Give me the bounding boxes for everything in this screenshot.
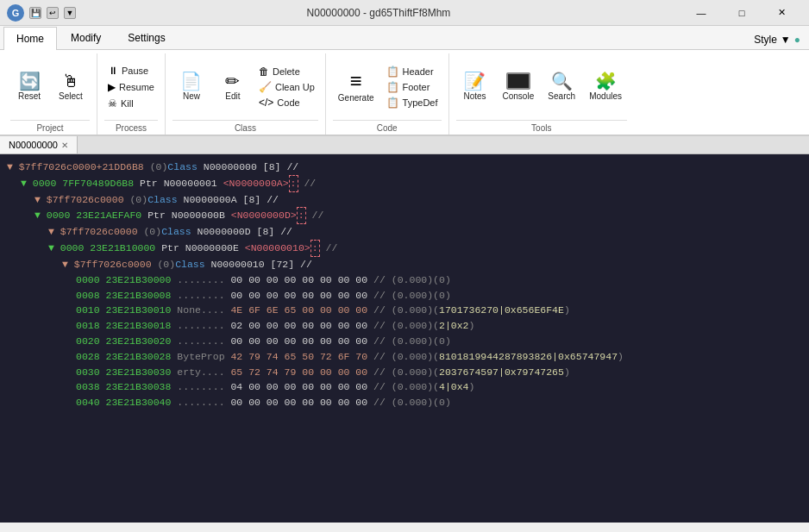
cleanup-icon: 🧹: [259, 81, 272, 93]
quick-save[interactable]: 💾: [29, 7, 41, 19]
footer-button[interactable]: 📋 Footer: [383, 79, 442, 95]
app-icon: G: [7, 4, 24, 22]
data-line-7: 0030 23E21B30030 erty.... 65 72 74 79 00…: [7, 365, 802, 380]
code-group-label: Code: [333, 120, 442, 135]
header-button[interactable]: 📋 Header: [383, 64, 442, 79]
header-icon: 📋: [386, 66, 399, 78]
select-label: Select: [59, 91, 83, 101]
data-line-1: 0000 23E21B30000 ........ 00 00 00 00 00…: [7, 272, 802, 288]
tools-group-label: Tools: [456, 120, 628, 135]
line-4: ▼ 0000 23E21AEFAF0 Ptr N0000000B <N00000…: [7, 207, 802, 224]
data-line-6: 0028 23E21B30028 ByteProp 42 79 74 65 50…: [7, 349, 802, 365]
delete-label: Delete: [273, 66, 300, 77]
resume-icon: ▶: [108, 81, 116, 93]
tab-modify[interactable]: Modify: [58, 26, 114, 49]
line-5: ▼ $7ff7026c0000 (0)Class N0000000D [8] /…: [7, 224, 802, 240]
window-controls: — □ ✕: [681, 0, 802, 26]
resume-button[interactable]: ▶ Resume: [104, 79, 158, 95]
code-button[interactable]: </> Code: [255, 95, 318, 110]
ribbon-group-process: ⏸ Pause ▶ Resume ☠ Kill Process: [97, 53, 166, 135]
notes-button[interactable]: 📝 Notes: [456, 69, 494, 104]
modules-icon: 🧩: [595, 72, 617, 90]
console-button[interactable]: Console: [498, 69, 540, 104]
modules-button[interactable]: 🧩 Modules: [584, 69, 627, 104]
data-line-2: 0008 23E21B30008 ........ 00 00 00 00 00…: [7, 288, 802, 304]
ribbon: 🔄 Reset 🖱 Select Project ⏸ Pause ▶ Resum…: [0, 50, 809, 136]
process-stacked: ⏸ Pause ▶ Resume ☠ Kill: [104, 63, 158, 111]
edit-icon: ✏: [225, 72, 240, 90]
new-button[interactable]: 📄 New: [172, 69, 210, 104]
pause-button[interactable]: ⏸ Pause: [104, 63, 158, 78]
class-group-label: Class: [172, 120, 318, 135]
tab-settings[interactable]: Settings: [115, 26, 178, 49]
title-bar: G 💾 ↩ ▼ N00000000 - gd65ThiftFf8Mhm — □ …: [0, 0, 809, 26]
typedef-icon: 📋: [386, 97, 399, 109]
generate-button[interactable]: ≡ Generate: [333, 67, 379, 106]
doc-tab-close-0[interactable]: ✕: [61, 141, 68, 150]
generate-icon: ≡: [350, 71, 362, 91]
delete-button[interactable]: 🗑 Delete: [255, 64, 318, 79]
search-icon: 🔍: [551, 72, 573, 90]
reset-button[interactable]: 🔄 Reset: [10, 69, 48, 104]
doc-tab-label-0: N00000000: [9, 140, 58, 150]
class-stacked: 🗑 Delete 🧹 Clean Up </> Code: [255, 64, 318, 110]
cleanup-label: Clean Up: [275, 82, 315, 92]
project-group-label: Project: [10, 120, 90, 135]
code-stacked: 📋 Header 📋 Footer 📋 TypeDef: [383, 64, 442, 110]
data-line-5: 0020 23E21B30020 ........ 00 00 00 00 00…: [7, 334, 802, 349]
data-line-4: 0018 23E21B30018 ........ 02 00 00 00 00…: [7, 318, 802, 334]
typedef-button[interactable]: 📋 TypeDef: [383, 95, 442, 110]
class-items: 📄 New ✏ Edit 🗑 Delete 🧹 Clean Up </> Cod: [172, 53, 318, 120]
search-button[interactable]: 🔍 Search: [542, 69, 580, 104]
ribbon-group-code: ≡ Generate 📋 Header 📋 Footer 📋 TypeDef C…: [326, 53, 449, 135]
tab-home[interactable]: Home: [3, 27, 57, 50]
reset-label: Reset: [18, 91, 41, 101]
data-line-8: 0038 23E21B30038 ........ 04 00 00 00 00…: [7, 379, 802, 395]
ribbon-group-tools: 📝 Notes Console 🔍 Search 🧩 Modules Tools: [449, 53, 635, 135]
main-content[interactable]: ▼ $7ff7026c0000+21DD6B8 (0)Class N000000…: [0, 154, 809, 523]
resume-label: Resume: [119, 82, 154, 92]
code-items: ≡ Generate 📋 Header 📋 Footer 📋 TypeDef: [333, 53, 442, 120]
document-tab-bar: N00000000 ✕: [0, 136, 809, 154]
style-button[interactable]: Style ▼ ●: [745, 30, 809, 49]
data-line-9: 0040 23E21B30040 ........ 00 00 00 00 00…: [7, 395, 802, 410]
line-6: ▼ 0000 23E21B10000 Ptr N0000000E <N00000…: [7, 240, 802, 257]
maximize-button[interactable]: □: [722, 0, 762, 26]
notes-label: Notes: [463, 91, 486, 101]
kill-label: Kill: [121, 98, 134, 109]
cleanup-button[interactable]: 🧹 Clean Up: [255, 79, 318, 95]
select-button[interactable]: 🖱 Select: [52, 69, 90, 104]
doc-tab-0[interactable]: N00000000 ✕: [0, 136, 78, 153]
footer-label: Footer: [403, 82, 430, 92]
ribbon-group-class: 📄 New ✏ Edit 🗑 Delete 🧹 Clean Up </> Cod: [166, 53, 326, 135]
tools-items: 📝 Notes Console 🔍 Search 🧩 Modules: [456, 53, 628, 120]
process-group-label: Process: [104, 120, 158, 135]
typedef-label: TypeDef: [403, 97, 438, 108]
line-1: ▼ $7ff7026c0000+21DD6B8 (0)Class N000000…: [7, 160, 802, 175]
new-icon: 📄: [180, 72, 202, 90]
notes-icon: 📝: [464, 72, 486, 90]
console-icon: [506, 72, 530, 90]
search-label: Search: [548, 91, 575, 101]
footer-icon: 📋: [386, 81, 399, 93]
close-button[interactable]: ✕: [762, 0, 802, 26]
code-label: Code: [277, 97, 299, 108]
select-icon: 🖱: [62, 72, 79, 90]
ribbon-group-project: 🔄 Reset 🖱 Select Project: [3, 53, 97, 135]
style-extra-icon: ●: [794, 34, 800, 46]
kill-button[interactable]: ☠ Kill: [104, 96, 158, 111]
kill-icon: ☠: [108, 97, 117, 110]
quick-menu[interactable]: ▼: [64, 7, 76, 19]
minimize-button[interactable]: —: [681, 0, 721, 26]
code-icon: </>: [259, 97, 273, 109]
new-label: New: [183, 91, 200, 101]
style-label: Style: [754, 34, 777, 46]
style-chevron-icon: ▼: [781, 34, 791, 46]
quick-undo[interactable]: ↩: [47, 7, 59, 19]
line-2: ▼ 0000 7FF70489D6B8 Ptr N00000001 <N0000…: [7, 175, 802, 192]
edit-button[interactable]: ✏ Edit: [214, 69, 252, 104]
window-title: N00000000 - gd65ThiftFf8Mhm: [307, 7, 451, 19]
pause-label: Pause: [122, 66, 148, 76]
ribbon-tab-bar: Home Modify Settings Style ▼ ●: [0, 26, 809, 50]
data-line-3: 0010 23E21B30010 None.... 4E 6F 6E 65 00…: [7, 303, 802, 318]
